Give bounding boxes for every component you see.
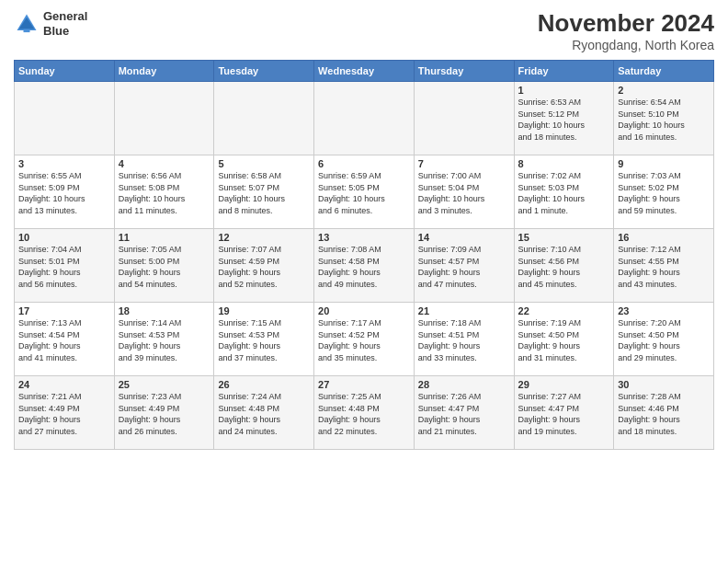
day-cell: 2Sunrise: 6:54 AM Sunset: 5:10 PM Daylig… [614,82,714,155]
logo-line1: General [43,9,87,24]
day-info: Sunrise: 7:12 AM Sunset: 4:55 PM Dayligh… [618,244,710,290]
day-number: 3 [18,158,110,169]
day-cell: 1Sunrise: 6:53 AM Sunset: 5:12 PM Daylig… [514,82,614,155]
week-row-4: 24Sunrise: 7:21 AM Sunset: 4:49 PM Dayli… [15,376,714,450]
header-cell-tuesday: Tuesday [214,61,314,82]
day-number: 12 [218,232,310,243]
day-number: 6 [318,158,410,169]
day-number: 9 [618,158,710,169]
day-number: 11 [119,232,210,243]
day-cell: 20Sunrise: 7:17 AM Sunset: 4:52 PM Dayli… [314,303,415,376]
week-row-1: 3Sunrise: 6:55 AM Sunset: 5:09 PM Daylig… [15,155,714,229]
day-number: 27 [318,379,410,390]
title-block: November 2024 Ryongdang, North Korea [538,9,714,52]
day-cell: 29Sunrise: 7:27 AM Sunset: 4:47 PM Dayli… [514,376,614,450]
day-number: 10 [18,232,110,243]
day-number: 7 [418,158,510,169]
day-number: 14 [418,232,510,243]
day-info: Sunrise: 6:53 AM Sunset: 5:12 PM Dayligh… [518,97,610,143]
header-row: SundayMondayTuesdayWednesdayThursdayFrid… [15,61,714,82]
day-info: Sunrise: 7:21 AM Sunset: 4:49 PM Dayligh… [18,391,110,437]
day-info: Sunrise: 7:04 AM Sunset: 5:01 PM Dayligh… [18,244,110,290]
day-number: 22 [518,305,610,316]
day-cell: 16Sunrise: 7:12 AM Sunset: 4:55 PM Dayli… [614,229,714,303]
svg-rect-2 [24,29,30,31]
day-info: Sunrise: 7:28 AM Sunset: 4:46 PM Dayligh… [618,391,710,437]
day-number: 23 [618,305,710,316]
day-info: Sunrise: 7:23 AM Sunset: 4:49 PM Dayligh… [119,391,210,437]
day-info: Sunrise: 7:05 AM Sunset: 5:00 PM Dayligh… [119,244,210,290]
day-cell: 18Sunrise: 7:14 AM Sunset: 4:53 PM Dayli… [114,303,214,376]
day-info: Sunrise: 7:00 AM Sunset: 5:04 PM Dayligh… [418,170,510,216]
header-cell-thursday: Thursday [414,61,514,82]
day-info: Sunrise: 7:25 AM Sunset: 4:48 PM Dayligh… [318,391,410,437]
header-cell-sunday: Sunday [15,61,115,82]
header-cell-friday: Friday [514,61,614,82]
day-info: Sunrise: 7:24 AM Sunset: 4:48 PM Dayligh… [218,391,310,437]
day-info: Sunrise: 7:09 AM Sunset: 4:57 PM Dayligh… [418,244,510,290]
week-row-2: 10Sunrise: 7:04 AM Sunset: 5:01 PM Dayli… [15,229,714,303]
day-info: Sunrise: 6:58 AM Sunset: 5:07 PM Dayligh… [218,170,310,216]
day-number: 5 [218,158,310,169]
day-number: 1 [518,85,610,96]
logo: General Blue [14,9,87,38]
logo-line2: Blue [43,24,87,39]
day-info: Sunrise: 7:14 AM Sunset: 4:53 PM Dayligh… [119,317,210,363]
day-number: 18 [119,305,210,316]
day-number: 29 [518,379,610,390]
day-cell: 13Sunrise: 7:08 AM Sunset: 4:58 PM Dayli… [314,229,415,303]
day-cell: 15Sunrise: 7:10 AM Sunset: 4:56 PM Dayli… [514,229,614,303]
day-cell: 7Sunrise: 7:00 AM Sunset: 5:04 PM Daylig… [414,155,514,229]
day-cell: 10Sunrise: 7:04 AM Sunset: 5:01 PM Dayli… [15,229,115,303]
day-cell: 5Sunrise: 6:58 AM Sunset: 5:07 PM Daylig… [214,155,314,229]
day-number: 8 [518,158,610,169]
header-cell-saturday: Saturday [614,61,714,82]
day-cell: 26Sunrise: 7:24 AM Sunset: 4:48 PM Dayli… [214,376,314,450]
day-cell [15,82,115,155]
day-info: Sunrise: 6:59 AM Sunset: 5:05 PM Dayligh… [318,170,410,216]
day-number: 16 [618,232,710,243]
logo-text: General Blue [43,9,87,38]
day-info: Sunrise: 7:26 AM Sunset: 4:47 PM Dayligh… [418,391,510,437]
day-cell: 9Sunrise: 7:03 AM Sunset: 5:02 PM Daylig… [614,155,714,229]
day-info: Sunrise: 7:08 AM Sunset: 4:58 PM Dayligh… [318,244,410,290]
day-info: Sunrise: 6:55 AM Sunset: 5:09 PM Dayligh… [18,170,110,216]
week-row-3: 17Sunrise: 7:13 AM Sunset: 4:54 PM Dayli… [15,303,714,376]
day-cell: 3Sunrise: 6:55 AM Sunset: 5:09 PM Daylig… [15,155,115,229]
day-cell: 19Sunrise: 7:15 AM Sunset: 4:53 PM Dayli… [214,303,314,376]
day-cell: 6Sunrise: 6:59 AM Sunset: 5:05 PM Daylig… [314,155,415,229]
day-number: 21 [418,305,510,316]
day-number: 20 [318,305,410,316]
day-number: 15 [518,232,610,243]
page: General Blue November 2024 Ryongdang, No… [0,0,728,563]
day-info: Sunrise: 6:56 AM Sunset: 5:08 PM Dayligh… [119,170,210,216]
day-info: Sunrise: 7:15 AM Sunset: 4:53 PM Dayligh… [218,317,310,363]
day-cell [114,82,214,155]
day-number: 30 [618,379,710,390]
day-cell: 21Sunrise: 7:18 AM Sunset: 4:51 PM Dayli… [414,303,514,376]
day-info: Sunrise: 7:03 AM Sunset: 5:02 PM Dayligh… [618,170,710,216]
day-cell: 30Sunrise: 7:28 AM Sunset: 4:46 PM Dayli… [614,376,714,450]
day-cell [414,82,514,155]
day-info: Sunrise: 7:10 AM Sunset: 4:56 PM Dayligh… [518,244,610,290]
day-cell: 12Sunrise: 7:07 AM Sunset: 4:59 PM Dayli… [214,229,314,303]
header-cell-monday: Monday [114,61,214,82]
day-cell [214,82,314,155]
day-cell: 23Sunrise: 7:20 AM Sunset: 4:50 PM Dayli… [614,303,714,376]
day-info: Sunrise: 7:02 AM Sunset: 5:03 PM Dayligh… [518,170,610,216]
day-info: Sunrise: 7:13 AM Sunset: 4:54 PM Dayligh… [18,317,110,363]
day-info: Sunrise: 7:07 AM Sunset: 4:59 PM Dayligh… [218,244,310,290]
day-cell: 24Sunrise: 7:21 AM Sunset: 4:49 PM Dayli… [15,376,115,450]
day-info: Sunrise: 7:18 AM Sunset: 4:51 PM Dayligh… [418,317,510,363]
header-cell-wednesday: Wednesday [314,61,415,82]
day-cell: 28Sunrise: 7:26 AM Sunset: 4:47 PM Dayli… [414,376,514,450]
subtitle: Ryongdang, North Korea [538,38,714,52]
day-info: Sunrise: 7:27 AM Sunset: 4:47 PM Dayligh… [518,391,610,437]
day-cell: 8Sunrise: 7:02 AM Sunset: 5:03 PM Daylig… [514,155,614,229]
day-cell: 22Sunrise: 7:19 AM Sunset: 4:50 PM Dayli… [514,303,614,376]
day-info: Sunrise: 7:20 AM Sunset: 4:50 PM Dayligh… [618,317,710,363]
day-number: 2 [618,85,710,96]
main-title: November 2024 [538,9,714,38]
week-row-0: 1Sunrise: 6:53 AM Sunset: 5:12 PM Daylig… [15,82,714,155]
calendar-table: SundayMondayTuesdayWednesdayThursdayFrid… [14,60,714,450]
